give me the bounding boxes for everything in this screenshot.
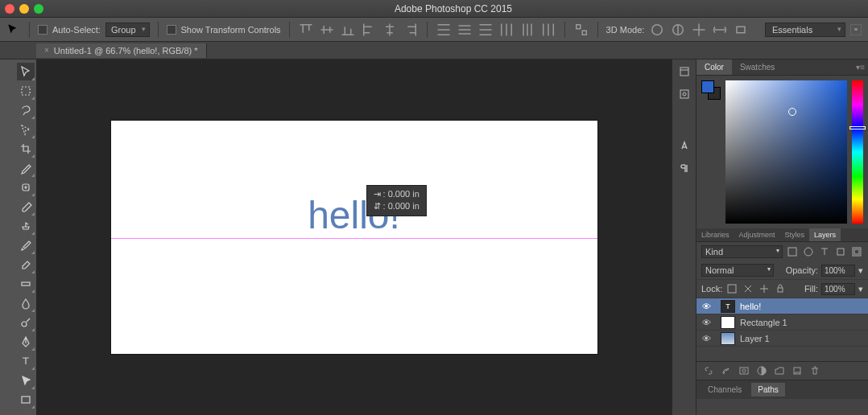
- distribute-vcenter-icon[interactable]: [457, 22, 473, 38]
- gradient-tool[interactable]: [17, 275, 35, 293]
- type-tool[interactable]: [17, 352, 35, 370]
- blur-tool[interactable]: [17, 294, 35, 312]
- filter-shape-icon[interactable]: [834, 245, 847, 258]
- brush-tool[interactable]: [17, 198, 35, 216]
- lasso-tool[interactable]: [17, 101, 35, 119]
- layer-style-icon[interactable]: [719, 364, 734, 377]
- hue-slider[interactable]: [852, 80, 863, 224]
- group-layers-icon[interactable]: [772, 364, 787, 377]
- character-panel-icon[interactable]: [676, 137, 693, 154]
- tab-color[interactable]: Color: [696, 60, 732, 75]
- filter-smart-icon[interactable]: [850, 245, 863, 258]
- align-left-icon[interactable]: [361, 22, 377, 38]
- layer-row[interactable]: 👁 Layer 1: [696, 331, 868, 347]
- distribute-left-icon[interactable]: [498, 22, 515, 38]
- history-panel-icon[interactable]: [676, 63, 693, 80]
- auto-select-checkbox[interactable]: [38, 25, 48, 35]
- filter-adjust-icon[interactable]: [802, 245, 815, 258]
- marquee-tool[interactable]: [17, 82, 35, 100]
- new-layer-icon[interactable]: [790, 364, 804, 377]
- blend-mode-dropdown[interactable]: Normal: [701, 264, 774, 277]
- 3d-roll-icon[interactable]: [670, 22, 686, 38]
- align-bottom-icon[interactable]: [340, 22, 356, 38]
- lock-pixels-icon[interactable]: [742, 282, 754, 295]
- align-top-icon[interactable]: [298, 22, 314, 38]
- path-select-tool[interactable]: [17, 372, 35, 389]
- quick-select-tool[interactable]: [17, 121, 35, 138]
- history-brush-tool[interactable]: [17, 236, 35, 254]
- workspace-dropdown[interactable]: Essentials: [765, 23, 845, 37]
- sv-cursor-icon[interactable]: [788, 108, 796, 116]
- document-tab[interactable]: × Untitled-1 @ 66.7% (hello!, RGB/8) *: [36, 43, 207, 58]
- tab-swatches[interactable]: Swatches: [732, 60, 783, 75]
- 3d-slide-icon[interactable]: [712, 22, 728, 38]
- link-layers-icon[interactable]: [701, 364, 716, 377]
- saturation-value-field[interactable]: [725, 80, 847, 224]
- tab-layers[interactable]: Layers: [809, 228, 841, 241]
- canvas[interactable]: hello! ⇥ : 0.000 in ⇵ : 0.000 in: [111, 121, 597, 354]
- layer-row[interactable]: 👁 T hello!: [696, 298, 868, 314]
- filter-type-icon[interactable]: [818, 245, 831, 258]
- fg-bg-swatches[interactable]: [701, 80, 721, 100]
- distribute-right-icon[interactable]: [540, 22, 556, 38]
- auto-align-icon[interactable]: [573, 22, 589, 38]
- filter-pixel-icon[interactable]: [786, 245, 799, 258]
- layer-mask-icon[interactable]: [737, 364, 751, 377]
- layer-row[interactable]: 👁 Rectangle 1: [696, 314, 868, 331]
- tab-libraries[interactable]: Libraries: [696, 228, 734, 241]
- eraser-tool[interactable]: [17, 256, 35, 273]
- dodge-tool[interactable]: [17, 314, 35, 331]
- show-transform-checkbox[interactable]: [167, 25, 176, 35]
- visibility-toggle-icon[interactable]: 👁: [696, 302, 716, 311]
- close-window-icon[interactable]: [5, 4, 14, 14]
- visibility-toggle-icon[interactable]: 👁: [696, 318, 716, 327]
- fill-stepper-icon[interactable]: ▾: [858, 284, 863, 294]
- canvas-area[interactable]: hello! ⇥ : 0.000 in ⇵ : 0.000 in: [36, 60, 672, 415]
- opacity-stepper-icon[interactable]: ▾: [858, 265, 863, 276]
- hue-slider-thumb[interactable]: [849, 126, 866, 129]
- delete-layer-icon[interactable]: [808, 364, 822, 377]
- horizontal-guide[interactable]: [111, 238, 597, 239]
- lock-position-icon[interactable]: [758, 282, 771, 295]
- align-vcenter-icon[interactable]: [319, 22, 335, 38]
- paragraph-panel-icon[interactable]: [676, 159, 693, 177]
- layer-name[interactable]: Layer 1: [740, 334, 770, 343]
- layer-name[interactable]: hello!: [740, 302, 761, 311]
- distribute-top-icon[interactable]: [436, 22, 452, 38]
- rectangle-tool[interactable]: [17, 391, 35, 409]
- collapse-panels-icon[interactable]: »: [850, 24, 862, 35]
- auto-select-dropdown[interactable]: Group: [105, 23, 150, 37]
- foreground-swatch[interactable]: [701, 80, 714, 93]
- crop-tool[interactable]: [17, 140, 35, 158]
- close-tab-icon[interactable]: ×: [44, 46, 49, 55]
- tab-channels[interactable]: Channels: [701, 383, 748, 397]
- tab-styles[interactable]: Styles: [780, 228, 810, 241]
- 3d-pan-icon[interactable]: [691, 22, 707, 38]
- tab-adjustment[interactable]: Adjustment: [734, 228, 780, 241]
- fill-input[interactable]: 100%: [821, 283, 855, 295]
- properties-panel-icon[interactable]: [676, 85, 693, 103]
- color-panel-menu-icon[interactable]: ▾≡: [856, 63, 865, 72]
- eyedropper-tool[interactable]: [17, 159, 35, 177]
- filter-kind-dropdown[interactable]: Kind: [701, 245, 783, 258]
- align-hcenter-icon[interactable]: [382, 22, 398, 38]
- distribute-bottom-icon[interactable]: [477, 22, 494, 38]
- lock-transparency-icon[interactable]: [725, 282, 738, 295]
- align-right-icon[interactable]: [403, 22, 419, 38]
- pen-tool[interactable]: [17, 333, 35, 351]
- lock-fill-row: Lock: Fill: 100% ▾: [696, 280, 868, 298]
- adjustment-layer-icon[interactable]: [754, 364, 769, 377]
- distribute-hcenter-icon[interactable]: [519, 22, 535, 38]
- 3d-orbit-icon[interactable]: [649, 22, 665, 38]
- layer-name[interactable]: Rectangle 1: [740, 318, 787, 327]
- opacity-input[interactable]: 100%: [821, 265, 855, 277]
- lock-all-icon[interactable]: [774, 282, 787, 295]
- move-tool[interactable]: [17, 63, 35, 80]
- zoom-window-icon[interactable]: [34, 4, 43, 14]
- minimize-window-icon[interactable]: [19, 4, 29, 14]
- 3d-zoom-icon[interactable]: [733, 22, 749, 38]
- visibility-toggle-icon[interactable]: 👁: [696, 334, 716, 343]
- healing-brush-tool[interactable]: [17, 179, 35, 196]
- tab-paths[interactable]: Paths: [751, 383, 785, 397]
- clone-stamp-tool[interactable]: [17, 217, 35, 235]
